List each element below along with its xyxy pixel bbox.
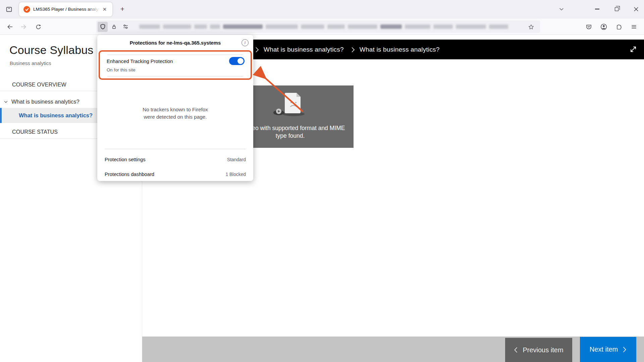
extensions-puzzle-icon[interactable]	[613, 21, 624, 32]
sidebar-section-course-status[interactable]: COURSE STATUS	[12, 129, 58, 135]
window-close-button[interactable]	[631, 4, 641, 14]
info-icon[interactable]: i	[241, 39, 249, 46]
player-footer-bar: Previous item Next item	[142, 337, 644, 362]
window-restore-button[interactable]	[611, 4, 622, 14]
browser-tab[interactable]: LMS365 Player / Business analyt ✕	[19, 2, 112, 16]
permissions-icon[interactable]	[120, 22, 130, 32]
no-video-file-icon	[270, 92, 310, 118]
tab-close-icon[interactable]: ✕	[101, 6, 108, 13]
list-tabs-chevron-icon[interactable]	[556, 4, 567, 14]
etp-status: On for this site	[107, 67, 136, 72]
new-tab-button[interactable]: +	[117, 4, 127, 14]
protections-panel-title: Protections for ne-lms-qa.365.systems	[97, 35, 253, 50]
protections-panel: Protections for ne-lms-qa.365.systems i …	[97, 35, 253, 181]
browser-window: LMS365 Player / Business analyt ✕ +	[0, 0, 644, 362]
fullscreen-expand-icon[interactable]	[627, 43, 639, 55]
etp-label: Enhanced Tracking Protection	[107, 59, 173, 64]
protection-settings-label: Protection settings	[105, 157, 146, 162]
lock-icon[interactable]	[109, 22, 119, 32]
protection-settings-value: Standard	[227, 157, 246, 162]
account-icon[interactable]	[598, 21, 609, 32]
app-menu-hamburger-icon[interactable]	[629, 21, 639, 32]
url-text-redacted	[139, 24, 508, 29]
course-syllabus-title: Course Syllabus	[9, 44, 94, 57]
tab-bar: LMS365 Player / Business analyt ✕ +	[0, 0, 644, 18]
url-bar[interactable]	[96, 20, 540, 33]
sidebar-section-course-overview[interactable]: COURSE OVERVIEW	[12, 82, 66, 88]
protections-dashboard-label: Protections dashboard	[105, 172, 154, 177]
breadcrumb-item[interactable]: What is business analytics?	[264, 46, 344, 53]
course-subtitle: Business analytics	[10, 60, 51, 66]
reload-icon[interactable]	[33, 21, 44, 32]
back-icon[interactable]	[5, 21, 15, 32]
no-trackers-message: No trackers known to Firefox were detect…	[97, 106, 253, 121]
divider	[107, 55, 243, 55]
bookmark-star-icon[interactable]	[526, 22, 536, 32]
previous-item-button[interactable]: Previous item	[505, 338, 572, 362]
chevron-right-icon	[255, 46, 259, 53]
annotation-highlight-box: Enhanced Tracking Protection On for this…	[99, 50, 252, 80]
protections-dashboard-value: 1 Blocked	[225, 172, 246, 177]
forward-icon[interactable]	[18, 21, 29, 32]
etp-toggle[interactable]	[229, 57, 245, 65]
breadcrumb: What is business analytics? What is busi…	[255, 40, 440, 59]
protections-dashboard-row[interactable]: Protections dashboard 1 Blocked	[97, 168, 253, 181]
divider	[107, 76, 243, 76]
pocket-icon[interactable]	[583, 21, 594, 32]
next-item-button[interactable]: Next item	[580, 337, 636, 362]
lms365-favicon-icon	[23, 6, 30, 13]
tracking-protection-shield-icon[interactable]	[98, 22, 108, 32]
navigation-toolbar	[0, 19, 644, 35]
firefox-view-icon[interactable]	[4, 4, 14, 14]
protection-settings-row[interactable]: Protection settings Standard	[97, 153, 253, 166]
chevron-down-icon	[3, 99, 8, 104]
tab-title: LMS365 Player / Business analyt	[33, 6, 100, 13]
window-minimize-button[interactable]	[592, 4, 602, 14]
chevron-right-icon	[351, 46, 355, 53]
divider	[105, 149, 246, 149]
breadcrumb-item[interactable]: What is business analytics?	[360, 46, 440, 53]
